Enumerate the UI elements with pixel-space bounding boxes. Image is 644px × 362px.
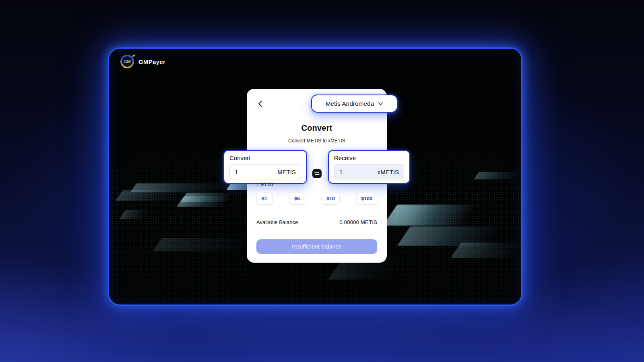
glow-patch: [451, 243, 522, 258]
glow-patch: [153, 238, 259, 251]
glow-patch: [116, 190, 183, 201]
convert-input-panel: Convert METIS: [223, 150, 307, 184]
convert-card: Metis Andromeda Convert Convert METIS to…: [247, 89, 387, 263]
convert-amount-input[interactable]: [235, 169, 271, 175]
star-icon: ★: [131, 53, 136, 59]
swap-button[interactable]: [312, 169, 322, 178]
logo-monogram: GM: [124, 59, 131, 64]
glow-patch: [180, 193, 235, 202]
receive-amount-input[interactable]: [339, 169, 376, 175]
app-window: GM ★ GMPayer Metis Andromeda Convert Con…: [108, 47, 522, 306]
receive-label: Receive: [334, 154, 404, 161]
glow-patch: [130, 183, 229, 192]
balance-row: Available Balance 0.00000 METIS: [256, 219, 377, 225]
usd-estimate: ≈ $0.00: [256, 182, 273, 187]
quick-amount-button-1[interactable]: $1: [256, 193, 272, 205]
convert-token-label: METIS: [277, 169, 296, 175]
quick-amount-row: $1 $5 $10 $100: [256, 193, 377, 205]
glow-patch: [474, 172, 522, 179]
network-label: Metis Andromeda: [326, 100, 374, 107]
quick-amount-button-5[interactable]: $5: [289, 193, 305, 205]
submit-button[interactable]: Insufficient balance: [256, 239, 377, 254]
gmpayer-logo-icon: GM ★: [120, 55, 134, 68]
glow-patch: [177, 196, 231, 207]
brand: GM ★ GMPayer: [120, 55, 165, 68]
convert-label: Convert: [229, 154, 301, 161]
glow-patch: [397, 226, 503, 246]
balance-label: Available Balance: [256, 219, 298, 225]
chevron-left-icon: [258, 101, 262, 107]
page-subtitle: Convert METIS to xMETIS: [247, 138, 387, 144]
convert-field: METIS: [229, 164, 301, 179]
chevron-down-icon: [378, 102, 383, 105]
receive-field: xMETIS: [334, 164, 404, 179]
balance-value: 0.00000 METIS: [339, 219, 377, 225]
page-title: Convert: [247, 123, 387, 133]
quick-amount-button-100[interactable]: $100: [356, 193, 377, 205]
app-name: GMPayer: [138, 58, 165, 65]
swap-icon: [314, 171, 320, 176]
network-selector[interactable]: Metis Andromeda: [311, 95, 398, 113]
glow-patch: [119, 210, 151, 219]
receive-token-label: xMETIS: [378, 169, 399, 175]
receive-input-panel: Receive xMETIS: [328, 150, 410, 184]
quick-amount-button-10[interactable]: $10: [322, 193, 340, 205]
back-button[interactable]: [255, 99, 265, 109]
glow-patch: [383, 205, 477, 226]
